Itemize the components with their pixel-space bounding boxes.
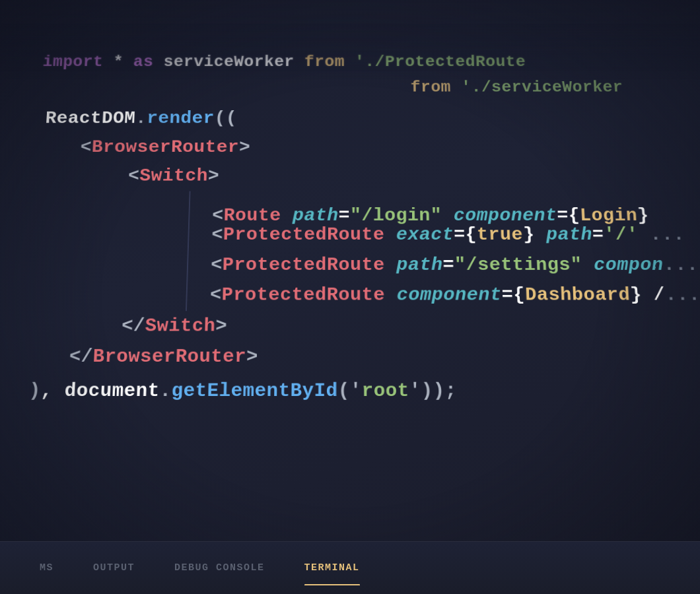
- dot: .: [135, 105, 147, 133]
- keyword-from: from: [304, 50, 345, 75]
- code-text: *: [102, 50, 133, 75]
- jsx-open: <: [211, 220, 224, 250]
- jsx-close-open-2: </: [69, 342, 94, 373]
- attr-component-2: compon: [593, 250, 664, 280]
- attr-component-3: component: [397, 280, 503, 311]
- root-string: root: [362, 376, 409, 407]
- tag-protected-2: ProtectedRoute: [222, 250, 385, 280]
- jsx-close-close-2: >: [246, 342, 259, 373]
- code-text: [451, 75, 462, 100]
- tab-ms[interactable]: MS: [20, 550, 73, 585]
- reactdom-text: ReactDOM: [44, 105, 136, 133]
- render-func: render: [146, 105, 215, 133]
- attr-path-3: path: [396, 250, 443, 280]
- tag-protected-3: ProtectedRoute: [221, 280, 385, 311]
- code-text: serviceWorker: [153, 50, 305, 75]
- code-text: [345, 50, 355, 75]
- indent-guide-4: [186, 280, 198, 311]
- ellipsis: ...: [638, 220, 686, 250]
- paren-close: '));: [409, 376, 457, 407]
- editor-container: import * as serviceWorker from './Protec…: [0, 0, 700, 594]
- jsx-open: <: [211, 250, 223, 280]
- indent-guide: [188, 191, 200, 220]
- space: [384, 220, 396, 250]
- indent-guide-3: [186, 250, 198, 280]
- equals-3: =: [442, 250, 454, 280]
- space-2: [581, 250, 594, 280]
- tag-switch-open: Switch: [139, 162, 208, 191]
- tag-protected-1: ProtectedRoute: [223, 220, 384, 250]
- keyword-as: as: [133, 50, 154, 75]
- brace-close-2: } /: [629, 280, 666, 311]
- jsx-close: >: [239, 133, 251, 162]
- space: [385, 250, 397, 280]
- tag-switch-close: Switch: [145, 311, 216, 342]
- tab-terminal[interactable]: TERMINAL: [285, 550, 380, 585]
- jsx-open: <: [127, 162, 140, 191]
- jsx-close: >: [207, 162, 219, 191]
- attr-exact: exact: [396, 220, 454, 250]
- code-line-4: < BrowserRouter >: [80, 133, 651, 162]
- import-path: './ProtectedRoute: [355, 50, 526, 75]
- code-line-6: < Route path = "/login" component ={ Log…: [188, 191, 654, 220]
- tab-output[interactable]: OUTPUT: [73, 550, 155, 585]
- code-line-5: < Switch >: [127, 162, 653, 191]
- import-path-2: './serviceWorker: [461, 75, 624, 100]
- code-line-11: </ BrowserRouter >: [69, 342, 664, 373]
- jsx-close-open: </: [121, 311, 145, 342]
- code-line-7: < ProtectedRoute exact ={ true } path = …: [188, 220, 656, 250]
- code-line-1: import * as serviceWorker from './Protec…: [42, 50, 647, 75]
- tag-browserrouter-open: BrowserRouter: [91, 133, 240, 162]
- dot-2: .: [159, 376, 172, 407]
- comma: ,: [40, 376, 65, 407]
- brace-close: }: [522, 220, 547, 250]
- tag-browserrouter-close: BrowserRouter: [92, 342, 246, 373]
- tab-debug-console[interactable]: DEBUG CONSOLE: [155, 550, 285, 585]
- paren-open: (': [338, 376, 362, 407]
- bracket: ((: [214, 105, 237, 133]
- path-root: '/': [603, 220, 639, 250]
- brace-open-2: ={: [501, 280, 526, 311]
- ellipsis-2: ...: [662, 250, 699, 280]
- code-line-2: from './serviceWorker: [410, 75, 647, 100]
- code-area: import * as serviceWorker from './Protec…: [0, 38, 700, 541]
- getelementbyid-func: getElementById: [171, 376, 338, 407]
- keyword-from-2: from: [410, 75, 451, 100]
- ellipsis-3: ...: [664, 280, 700, 311]
- val-dashboard: Dashboard: [524, 280, 631, 311]
- code-line-3: ReactDOM . render ((: [44, 105, 649, 133]
- attr-path-2: path: [545, 220, 593, 250]
- space: [385, 280, 397, 311]
- code-line-10: </ Switch >: [121, 311, 662, 342]
- path-settings: "/settings": [454, 250, 583, 280]
- keyword-import: import: [42, 50, 104, 75]
- indent-guide-2: [188, 220, 199, 250]
- val-true: true: [477, 220, 524, 250]
- code-line-8: < ProtectedRoute path = "/settings" comp…: [186, 250, 658, 280]
- document-text: document: [63, 376, 160, 407]
- brace-open: ={: [454, 220, 477, 250]
- jsx-close-close: >: [215, 311, 228, 342]
- code-line-9: < ProtectedRoute component ={ Dashboard …: [186, 280, 660, 311]
- bottom-panel: MS OUTPUT DEBUG CONSOLE TERMINAL: [0, 541, 700, 594]
- code-line-12: ) , document . getElementById (' root ')…: [28, 376, 666, 407]
- jsx-open: <: [209, 280, 222, 311]
- equals-2: =: [592, 220, 605, 250]
